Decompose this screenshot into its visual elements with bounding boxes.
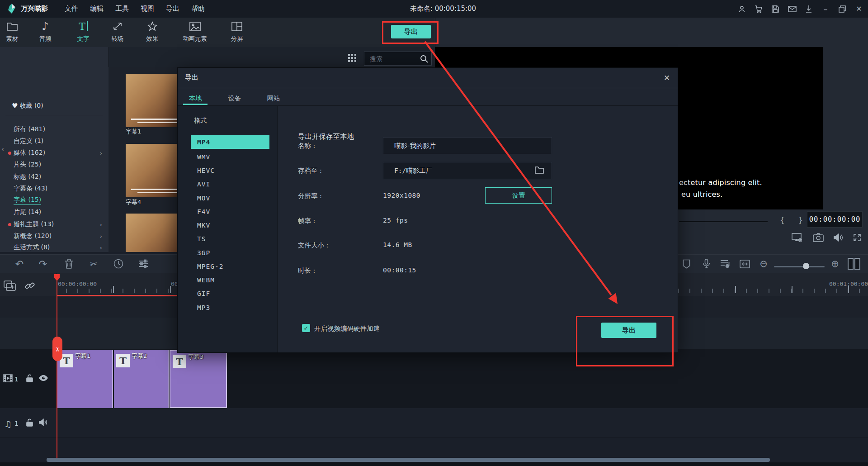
tab-audio[interactable]: ♪ 音频 xyxy=(28,20,62,47)
split-scissors-icon[interactable]: ✂ xyxy=(87,258,100,270)
horizontal-scrollbar[interactable] xyxy=(47,458,770,462)
grid-view-icon[interactable] xyxy=(348,54,350,56)
search-input[interactable] xyxy=(369,53,420,64)
sidebar-item-endcredits[interactable]: 片尾 (14) xyxy=(0,206,108,218)
format-option-hevc[interactable]: HEVC xyxy=(191,164,269,177)
timeline-clip-selected[interactable]: T 字幕3 xyxy=(170,350,227,408)
tab-splitscreen[interactable]: 分屏 xyxy=(220,20,254,47)
format-option-mp4[interactable]: MP4 xyxy=(191,135,269,149)
preview-subtitle-text: ectetur adipiscing elit. xyxy=(679,178,762,187)
delete-icon[interactable] xyxy=(62,258,75,270)
mark-in-out-icons[interactable]: { } xyxy=(780,216,808,225)
zoom-slider-handle[interactable] xyxy=(803,263,809,269)
sidebar-item-media[interactable]: 媒体 (162)› xyxy=(0,147,108,159)
lock-icon[interactable] xyxy=(26,418,33,427)
timeline-clip[interactable]: T 字幕1 xyxy=(57,350,113,408)
sidebar-item-subtitles[interactable]: 字幕 (15) xyxy=(0,195,108,206)
fullscreen-icon[interactable] xyxy=(851,232,863,243)
snapshot-camera-icon[interactable] xyxy=(812,232,825,243)
zoom-slider[interactable] xyxy=(774,266,825,267)
format-option-3gp[interactable]: 3GP xyxy=(191,246,269,260)
tab-text[interactable]: T 文字 xyxy=(66,20,100,47)
store-cart-icon[interactable] xyxy=(753,4,764,14)
menu-help[interactable]: 帮助 xyxy=(191,5,205,13)
seek-bar[interactable] xyxy=(679,221,768,222)
sidebar-item-lowerthirds[interactable]: 字幕条 (43) xyxy=(0,183,108,195)
redo-icon[interactable]: ↷ xyxy=(36,258,50,270)
sidebar-item-titles[interactable]: 标题 (42) xyxy=(0,171,108,183)
adjust-sliders-icon[interactable] xyxy=(137,258,150,270)
tab-media[interactable]: 素材 xyxy=(0,20,29,47)
settings-button[interactable]: 设置 xyxy=(485,187,552,204)
zoom-in-icon[interactable]: ⊕ xyxy=(828,258,842,270)
menu-file[interactable]: 文件 xyxy=(65,5,78,13)
app-logo: 万兴喵影 xyxy=(6,3,48,14)
format-option-mp3[interactable]: MP3 xyxy=(191,301,269,314)
dialog-title: 导出 xyxy=(185,73,198,82)
name-input[interactable]: 喵影-我的影片 xyxy=(383,137,552,154)
export-button-toolbar[interactable]: 导出 xyxy=(391,25,431,38)
menu-edit[interactable]: 编辑 xyxy=(90,5,104,13)
export-button-dialog[interactable]: 导出 xyxy=(601,323,656,338)
dialog-close-icon[interactable]: ✕ xyxy=(660,71,673,84)
minimize-button[interactable]: – xyxy=(820,4,831,14)
tab-effects[interactable]: 效果 xyxy=(135,20,170,47)
add-track-icon[interactable] xyxy=(4,281,16,291)
format-option-avi[interactable]: AVI xyxy=(191,177,269,191)
tab-elements[interactable]: 动画元素 xyxy=(178,20,212,47)
render-preview-icon[interactable] xyxy=(718,258,732,270)
format-option-f4v[interactable]: F4V xyxy=(191,205,269,219)
close-button[interactable]: ✕ xyxy=(854,4,864,14)
format-option-mpeg2[interactable]: MPEG-2 xyxy=(191,260,269,273)
format-option-webm[interactable]: WEBM xyxy=(191,273,269,287)
hw-accel-checkbox[interactable]: ✓ xyxy=(302,324,310,332)
menu-view[interactable]: 视图 xyxy=(141,5,154,13)
marker-icon[interactable] xyxy=(679,258,693,270)
zoom-out-icon[interactable]: ⊖ xyxy=(757,258,770,270)
audio-track[interactable] xyxy=(0,408,868,438)
record-mic-icon[interactable] xyxy=(699,258,713,270)
sidebar-item-favorites[interactable]: ♥ 收藏 (0) xyxy=(0,100,108,112)
path-input[interactable]: F:/喵影工厂 xyxy=(383,162,552,179)
dialog-tab-local[interactable]: 本地 xyxy=(182,91,209,105)
link-icon[interactable] xyxy=(24,281,35,291)
sidebar-item-newconcept[interactable]: 新概念 (120)› xyxy=(0,230,108,242)
download-icon[interactable] xyxy=(803,4,814,14)
undo-icon[interactable]: ↶ xyxy=(13,258,26,270)
timeline-clip[interactable]: T 字幕2 xyxy=(114,350,169,408)
menu-export[interactable]: 导出 xyxy=(166,5,179,13)
sidebar-item-lifestyle[interactable]: 生活方式 (8)› xyxy=(0,242,108,253)
speed-clock-icon[interactable] xyxy=(112,258,125,270)
format-option-gif[interactable]: GIF xyxy=(191,287,269,300)
tab-transitions[interactable]: 转场 xyxy=(100,20,135,47)
display-settings-icon[interactable] xyxy=(791,232,804,243)
restore-button[interactable] xyxy=(837,4,848,14)
format-option-ts[interactable]: TS xyxy=(191,232,269,246)
sidebar-item-custom[interactable]: 自定义 (1) xyxy=(0,135,108,147)
collapse-sidebar-icon[interactable]: ‹ xyxy=(0,144,5,155)
video-track-number: 1 xyxy=(14,376,19,383)
volume-icon[interactable] xyxy=(832,232,844,243)
logo-icon xyxy=(6,3,17,14)
format-option-mkv[interactable]: MKV xyxy=(191,219,269,232)
dialog-tab-web[interactable]: 网站 xyxy=(260,91,287,105)
fit-timeline-icon[interactable] xyxy=(738,258,751,270)
dual-view-icon[interactable] xyxy=(847,258,861,270)
sidebar-item-all[interactable]: 所有 (481) xyxy=(0,124,108,135)
save-icon[interactable] xyxy=(770,4,781,14)
search-icon[interactable] xyxy=(420,54,429,63)
format-option-mov[interactable]: MOV xyxy=(191,191,269,205)
mail-icon[interactable] xyxy=(787,4,797,14)
account-icon[interactable] xyxy=(736,4,747,14)
format-option-wmv[interactable]: WMV xyxy=(191,150,269,164)
eye-icon[interactable] xyxy=(38,375,48,381)
browse-folder-icon[interactable] xyxy=(535,166,544,174)
menu-tools[interactable]: 工具 xyxy=(115,5,129,13)
mute-speaker-icon[interactable] xyxy=(38,418,47,426)
lock-icon[interactable] xyxy=(26,374,33,383)
dialog-tab-device[interactable]: 设备 xyxy=(221,91,248,105)
playhead-line[interactable] xyxy=(57,275,57,458)
sidebar-item-intros[interactable]: 片头 (25) xyxy=(0,159,108,171)
playhead-scissors-badge[interactable]: ✂ xyxy=(52,337,62,361)
sidebar-item-wedding[interactable]: 婚礼主题 (13)› xyxy=(0,219,108,230)
